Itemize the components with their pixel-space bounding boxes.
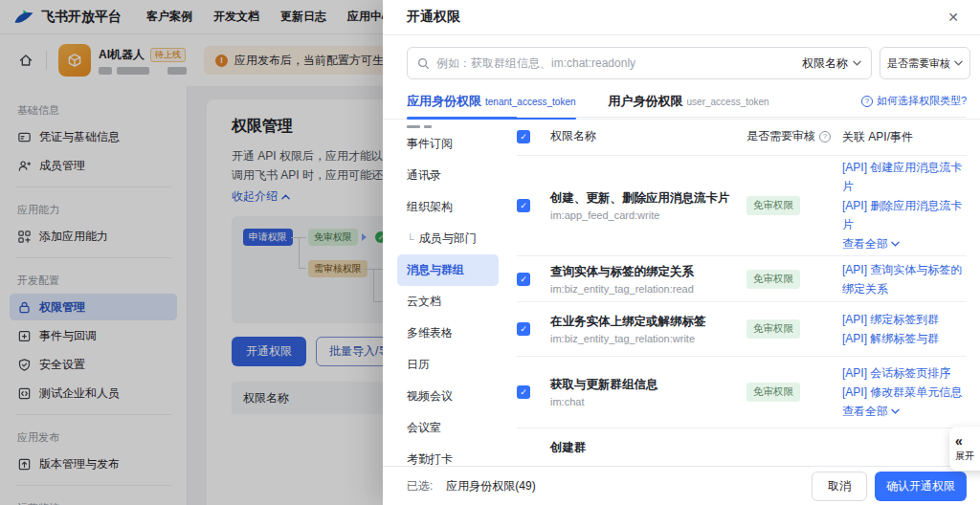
grant-permission-modal: 开通权限 ✕ 权限名称 是否需要审核 应用身份权限 tenant_access_…: [383, 0, 980, 505]
modal-header: 开通权限 ✕: [383, 0, 980, 35]
row-checkbox[interactable]: ✓: [517, 385, 530, 399]
table-row: ✓ 查询实体与标签的绑定关系 im:biz_entity_tag_relatio…: [517, 255, 967, 301]
selected-count: 应用身份权限(49): [446, 478, 535, 494]
double-chevron-left-icon: «: [955, 434, 963, 448]
col-permission-name: 权限名称: [550, 128, 746, 144]
free-review-badge: 免审权限: [746, 270, 800, 289]
free-review-badge: 免审权限: [746, 319, 800, 339]
permission-name: 创建、更新、删除应用消息流卡片: [550, 190, 735, 207]
expand-panel-button[interactable]: « 展开: [949, 427, 980, 471]
api-link[interactable]: [API] 创建应用消息流卡片: [842, 158, 967, 196]
filter-name-select[interactable]: 权限名称: [794, 55, 861, 72]
chevron-down-icon: [853, 60, 861, 66]
close-icon[interactable]: ✕: [942, 6, 965, 29]
category-item[interactable]: 多维表格: [397, 318, 499, 349]
permission-type-tabs: 应用身份权限 tenant_access_token 用户身份权限 user_a…: [383, 79, 980, 120]
search-box[interactable]: 权限名称: [407, 47, 872, 79]
permission-name: 在业务实体上绑定或解绑标签: [550, 314, 735, 330]
search-row: 权限名称 是否需要审核: [383, 35, 980, 79]
chevron-down-icon: [954, 60, 963, 66]
tab-user-token[interactable]: 用户身份权限 user_access_token: [609, 93, 769, 119]
api-link[interactable]: [API] 绑定标签到群: [842, 310, 967, 329]
select-all-checkbox[interactable]: ✓: [517, 130, 530, 143]
table-row: ✓ 在业务实体上绑定或解绑标签 im:biz_entity_tag_relati…: [517, 301, 967, 356]
chevron-down-icon: [891, 241, 900, 247]
row-checkbox[interactable]: ✓: [517, 322, 530, 336]
permission-name: 获取与更新群组信息: [550, 377, 735, 393]
category-item[interactable]: 云文档: [397, 286, 499, 318]
category-item[interactable]: 组织架构: [397, 191, 499, 223]
permission-name: 查询实体与标签的绑定关系: [550, 264, 735, 280]
permission-code: im:biz_entity_tag_relation:read: [550, 283, 735, 295]
api-link[interactable]: [API] 修改群菜单元信息: [842, 383, 967, 402]
modal-body: 事件订阅 通讯录 组织架构 └ 成员与部门 消息与群组 云文档 多维表格 日历 …: [383, 117, 980, 466]
screen: 飞书开放平台 客户案例 开发文档 更新日志 应用中心: [0, 0, 980, 505]
category-item[interactable]: 视频会议: [397, 381, 499, 412]
free-review-badge: 免审权限: [746, 196, 800, 215]
selected-label: 已选:: [407, 478, 433, 494]
permission-name: 创建群: [550, 440, 735, 453]
category-item[interactable]: 考勤打卡: [397, 444, 499, 466]
row-checkbox[interactable]: ✓: [517, 199, 530, 212]
category-list: 事件订阅 通讯录 组织架构 └ 成员与部门 消息与群组 云文档 多维表格 日历 …: [397, 117, 499, 466]
api-link[interactable]: [API] 解绑标签与群: [842, 329, 967, 348]
expand-label: 展开: [955, 450, 974, 463]
permission-code: im:biz_entity_tag_relation:write: [550, 333, 735, 344]
category-item[interactable]: 事件订阅: [397, 128, 499, 160]
col-api: 关联 API/事件: [842, 127, 967, 146]
category-item-selected[interactable]: 消息与群组: [397, 254, 499, 286]
filter-review-select[interactable]: 是否需要审核: [880, 47, 970, 79]
permission-code: im:app_feed_card:write: [550, 209, 735, 221]
row-checkbox[interactable]: ✓: [517, 273, 530, 286]
category-item-clipped[interactable]: [397, 117, 499, 128]
category-item[interactable]: 通讯录: [397, 160, 499, 191]
cancel-button[interactable]: 取消: [812, 472, 867, 501]
help-link[interactable]: ? 如何选择权限类型?: [861, 94, 967, 119]
modal-footer: 已选: 应用身份权限(49) 取消 确认开通权限: [383, 466, 980, 505]
question-circle-icon: ?: [861, 96, 873, 107]
col-review: 是否需要审核: [746, 128, 815, 144]
api-link[interactable]: [API] 查询实体与标签的绑定关系: [842, 260, 967, 298]
table-row-clipped: 创建群: [517, 428, 967, 453]
table-row: ✓ 创建、更新、删除应用消息流卡片 im:app_feed_card:write…: [517, 155, 967, 255]
api-link[interactable]: [API] 会话标签页排序: [842, 363, 967, 383]
table-header-row: ✓ 权限名称 是否需要审核 ? 关联 API/事件: [517, 117, 967, 155]
confirm-button[interactable]: 确认开通权限: [875, 472, 967, 501]
category-item[interactable]: 会议室: [397, 412, 499, 444]
tab-tenant-token[interactable]: 应用身份权限 tenant_access_token: [407, 93, 576, 119]
view-all-link[interactable]: 查看全部: [842, 234, 900, 253]
view-all-link[interactable]: 查看全部: [842, 402, 900, 421]
free-review-badge: 免审权限: [746, 383, 800, 402]
category-subitem[interactable]: └ 成员与部门: [397, 223, 499, 254]
permission-code: im:chat: [550, 396, 735, 407]
chevron-down-icon: [891, 408, 900, 414]
question-circle-icon[interactable]: ?: [819, 131, 831, 143]
category-item[interactable]: 日历: [397, 349, 499, 381]
permission-table: ✓ 权限名称 是否需要审核 ? 关联 API/事件 ✓ 创建、更新、删除应用消息…: [517, 117, 967, 466]
search-icon: [417, 57, 430, 70]
api-link[interactable]: [API] 删除应用消息流卡片: [842, 196, 967, 234]
table-row: ✓ 获取与更新群组信息 im:chat 免审权限 [API] 会话标签页排序 […: [517, 356, 967, 428]
modal-title: 开通权限: [407, 9, 460, 26]
search-input[interactable]: [436, 56, 788, 70]
tree-connector-icon: └: [407, 233, 414, 245]
